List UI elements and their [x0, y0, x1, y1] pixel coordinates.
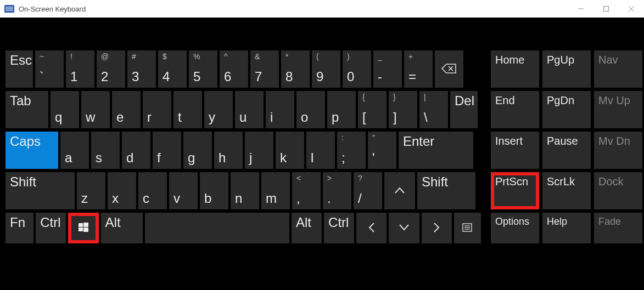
key-1[interactable]: !1 [66, 50, 94, 88]
key-o[interactable]: o [296, 91, 325, 128]
key-x[interactable]: x [108, 172, 136, 209]
key-4[interactable]: $4 [158, 50, 187, 88]
minimize-button[interactable] [568, 0, 593, 18]
app-icon [4, 5, 14, 13]
key-fade[interactable]: Fade [594, 213, 642, 243]
key-9[interactable]: (9 [312, 50, 340, 88]
key-5[interactable]: %5 [189, 50, 217, 88]
key-0[interactable]: )0 [343, 50, 371, 88]
key-backslash[interactable]: |\ [419, 91, 448, 128]
key-help[interactable]: Help [542, 213, 591, 243]
key-esc[interactable]: Esc [5, 50, 33, 88]
svg-rect-6 [79, 223, 83, 227]
key-8[interactable]: *8 [281, 50, 310, 88]
key-context-menu[interactable] [454, 213, 481, 243]
windows-icon [78, 222, 89, 233]
key-mv-dn[interactable]: Mv Dn [594, 132, 642, 169]
key-scrlk[interactable]: ScrLk [542, 172, 591, 209]
key-j[interactable]: j [245, 132, 273, 169]
key-pause[interactable]: Pause [542, 132, 591, 169]
svg-rect-7 [83, 223, 88, 227]
key-right-bracket[interactable]: }] [389, 91, 417, 128]
key-b[interactable]: b [200, 172, 228, 209]
key-pgdn[interactable]: PgDn [542, 91, 591, 128]
menu-icon [462, 223, 472, 232]
key-ctrl-left[interactable]: Ctrl [36, 213, 66, 243]
key-home[interactable]: Home [491, 50, 539, 88]
key-y[interactable]: y [204, 91, 233, 128]
key-c[interactable]: c [138, 172, 167, 209]
key-arrow-left[interactable] [356, 213, 387, 243]
key-pgup[interactable]: PgUp [542, 50, 591, 88]
chevron-down-icon [398, 223, 410, 232]
key-r[interactable]: r [143, 91, 171, 128]
key-slash[interactable]: ?/ [354, 172, 382, 209]
svg-rect-9 [83, 228, 88, 232]
key-v[interactable]: v [169, 172, 198, 209]
key-space[interactable] [145, 213, 289, 243]
key-l[interactable]: l [306, 132, 335, 169]
key-del[interactable]: Del [450, 91, 478, 128]
key-d[interactable]: d [122, 132, 150, 169]
key-equals[interactable]: += [404, 50, 433, 88]
key-backspace[interactable] [435, 50, 463, 88]
key-arrow-up[interactable] [384, 172, 415, 209]
key-2[interactable]: @2 [97, 50, 125, 88]
key-fn[interactable]: Fn [5, 213, 33, 243]
key-6[interactable]: ^6 [220, 50, 248, 88]
key-s[interactable]: s [91, 132, 120, 169]
key-alt-right[interactable]: Alt [292, 213, 322, 243]
key-enter[interactable]: Enter [399, 132, 473, 169]
key-tab[interactable]: Tab [5, 91, 48, 128]
svg-rect-1 [604, 7, 609, 12]
key-w[interactable]: w [81, 91, 110, 128]
key-dock[interactable]: Dock [594, 172, 642, 209]
key-z[interactable]: z [77, 172, 105, 209]
key-arrow-right[interactable] [422, 213, 452, 243]
key-q[interactable]: q [51, 91, 79, 128]
key-caps[interactable]: Caps [5, 132, 58, 169]
key-insert[interactable]: Insert [491, 132, 539, 169]
key-options[interactable]: Options [491, 213, 539, 243]
key-7[interactable]: &7 [250, 50, 279, 88]
key-windows[interactable] [68, 213, 98, 243]
key-i[interactable]: i [266, 91, 294, 128]
key-u[interactable]: u [235, 91, 264, 128]
key-3[interactable]: #3 [127, 50, 156, 88]
key-m[interactable]: m [261, 172, 290, 209]
key-end[interactable]: End [491, 91, 539, 128]
key-k[interactable]: k [276, 132, 304, 169]
main-key-cluster: Esc ~` !1 @2 #3 $4 %5 ^6 &7 *8 (9 )0 _- … [5, 50, 481, 285]
key-shift-left[interactable]: Shift [5, 172, 75, 209]
key-alt-left[interactable]: Alt [101, 213, 143, 243]
key-quote[interactable]: "' [368, 132, 396, 169]
key-nav[interactable]: Nav [594, 50, 642, 88]
key-backtick[interactable]: ~` [35, 50, 64, 88]
key-minus[interactable]: _- [373, 50, 402, 88]
key-e[interactable]: e [112, 91, 141, 128]
key-arrow-down[interactable] [389, 213, 419, 243]
key-comma[interactable]: <, [292, 172, 321, 209]
svg-rect-8 [79, 228, 83, 231]
key-f[interactable]: f [153, 132, 181, 169]
close-button[interactable] [619, 0, 644, 18]
key-g[interactable]: g [183, 132, 212, 169]
row-1: Esc ~` !1 @2 #3 $4 %5 ^6 &7 *8 (9 )0 _- … [5, 50, 481, 88]
chevron-up-icon [394, 186, 406, 195]
key-semicolon[interactable]: :; [337, 132, 366, 169]
side-key-cluster: Home End Insert PrtScn Options PgUp PgDn… [491, 50, 642, 285]
key-n[interactable]: n [231, 172, 259, 209]
key-a[interactable]: a [60, 132, 89, 169]
key-mv-up[interactable]: Mv Up [594, 91, 642, 128]
key-period[interactable]: >. [323, 172, 351, 209]
key-p[interactable]: p [327, 91, 356, 128]
key-shift-right[interactable]: Shift [417, 172, 475, 209]
key-left-bracket[interactable]: {[ [358, 91, 387, 128]
key-h[interactable]: h [214, 132, 243, 169]
key-ctrl-right[interactable]: Ctrl [324, 213, 354, 243]
key-prtscn[interactable]: PrtScn [491, 172, 539, 209]
row-4: Shift z x c v b n m <, >. ?/ Shift [5, 172, 481, 209]
maximize-button[interactable] [593, 0, 619, 18]
row-5: Fn Ctrl Alt Alt Ctrl [5, 213, 481, 243]
key-t[interactable]: t [173, 91, 202, 128]
